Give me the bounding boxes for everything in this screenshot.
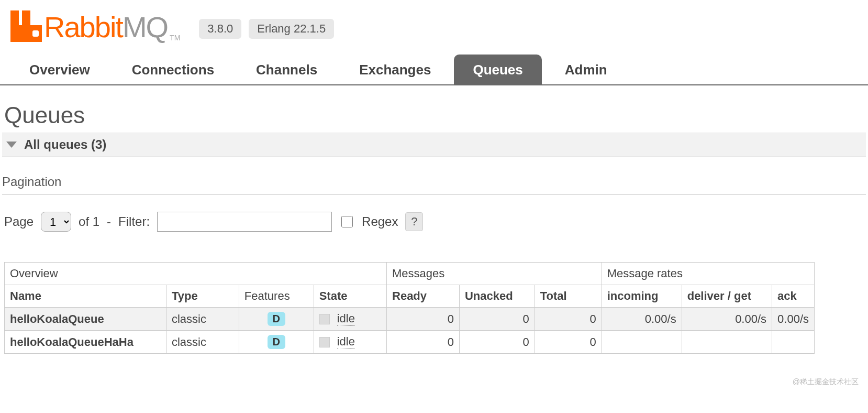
col-deliver[interactable]: deliver / get — [682, 285, 772, 308]
group-overview: Overview — [5, 263, 387, 285]
logo-text: RabbitMQ — [44, 13, 168, 42]
queue-ack: 0.00/s — [772, 308, 815, 331]
durable-badge: D — [268, 312, 285, 326]
col-incoming[interactable]: incoming — [602, 285, 682, 308]
pagination-bar: Page 1 of 1 - Filter: Regex ? — [4, 212, 866, 232]
durable-badge: D — [268, 335, 285, 349]
queue-ready: 0 — [387, 308, 460, 331]
col-features[interactable]: Features — [239, 285, 314, 308]
tab-admin[interactable]: Admin — [546, 55, 626, 84]
group-rates: Message rates — [602, 263, 814, 285]
page-body: Queues All queues (3) Pagination Page 1 … — [0, 85, 868, 354]
queue-unacked: 0 — [459, 331, 535, 354]
filter-input[interactable] — [157, 212, 332, 232]
table-row[interactable]: helloKoalaQueue classic D idle 0 0 0 0.0… — [5, 308, 815, 331]
help-button[interactable]: ? — [405, 212, 423, 231]
queue-incoming — [602, 331, 682, 354]
filter-label: Filter: — [118, 214, 150, 229]
col-state[interactable]: State — [314, 285, 386, 308]
queues-table: Overview Messages Message rates Name Typ… — [4, 262, 815, 354]
rabbitmq-icon — [10, 10, 42, 42]
col-total[interactable]: Total — [535, 285, 602, 308]
queue-ack — [772, 331, 815, 354]
col-type[interactable]: Type — [166, 285, 239, 308]
pagination-heading: Pagination — [2, 175, 866, 195]
pager-dash: - — [107, 214, 111, 229]
page-label: Page — [4, 214, 34, 229]
queue-name[interactable]: helloKoalaQueue — [5, 308, 166, 331]
col-ack[interactable]: ack — [772, 285, 815, 308]
section-all-queues[interactable]: All queues (3) — [2, 133, 866, 157]
svg-rect-3 — [32, 30, 39, 37]
chevron-down-icon — [6, 142, 17, 148]
regex-label: Regex — [362, 214, 398, 229]
col-ready[interactable]: Ready — [387, 285, 460, 308]
queue-deliver — [682, 331, 772, 354]
version-badges: 3.8.0 Erlang 22.1.5 — [199, 19, 334, 39]
queue-ready: 0 — [387, 331, 460, 354]
header: RabbitMQ TM 3.8.0 Erlang 22.1.5 — [0, 0, 868, 42]
col-name[interactable]: Name — [5, 285, 166, 308]
queue-name[interactable]: helloKoalaQueueHaHa — [5, 331, 166, 354]
queue-type: classic — [166, 308, 239, 331]
col-unacked[interactable]: Unacked — [459, 285, 535, 308]
queue-incoming: 0.00/s — [602, 308, 682, 331]
page-of-label: of 1 — [79, 214, 99, 229]
table-header-row: Name Type Features State Ready Unacked T… — [5, 285, 815, 308]
queue-state: idle — [314, 308, 386, 331]
queue-features: D — [239, 331, 314, 354]
tab-channels[interactable]: Channels — [237, 55, 336, 84]
tab-overview[interactable]: Overview — [10, 55, 109, 84]
queue-state: idle — [314, 331, 386, 354]
queue-features: D — [239, 308, 314, 331]
version-badge: 3.8.0 — [199, 19, 241, 39]
logo[interactable]: RabbitMQ TM — [10, 10, 180, 42]
logo-tm: TM — [170, 34, 180, 42]
tab-queues[interactable]: Queues — [454, 55, 541, 84]
page-select[interactable]: 1 — [41, 212, 71, 232]
state-indicator-icon — [319, 337, 330, 347]
tab-connections[interactable]: Connections — [113, 55, 233, 84]
section-label: All queues (3) — [24, 137, 106, 152]
table-row[interactable]: helloKoalaQueueHaHa classic D idle 0 0 0 — [5, 331, 815, 354]
state-indicator-icon — [319, 314, 330, 324]
table-group-row: Overview Messages Message rates — [5, 263, 815, 285]
queue-total: 0 — [535, 331, 602, 354]
tab-exchanges[interactable]: Exchanges — [340, 55, 450, 84]
regex-checkbox[interactable] — [341, 216, 353, 227]
queue-deliver: 0.00/s — [682, 308, 772, 331]
erlang-badge: Erlang 22.1.5 — [249, 19, 334, 39]
queue-type: classic — [166, 331, 239, 354]
page-title: Queues — [2, 102, 866, 128]
queue-total: 0 — [535, 308, 602, 331]
nav-tabs: Overview Connections Channels Exchanges … — [0, 55, 868, 85]
group-messages: Messages — [387, 263, 602, 285]
queue-unacked: 0 — [459, 308, 535, 331]
